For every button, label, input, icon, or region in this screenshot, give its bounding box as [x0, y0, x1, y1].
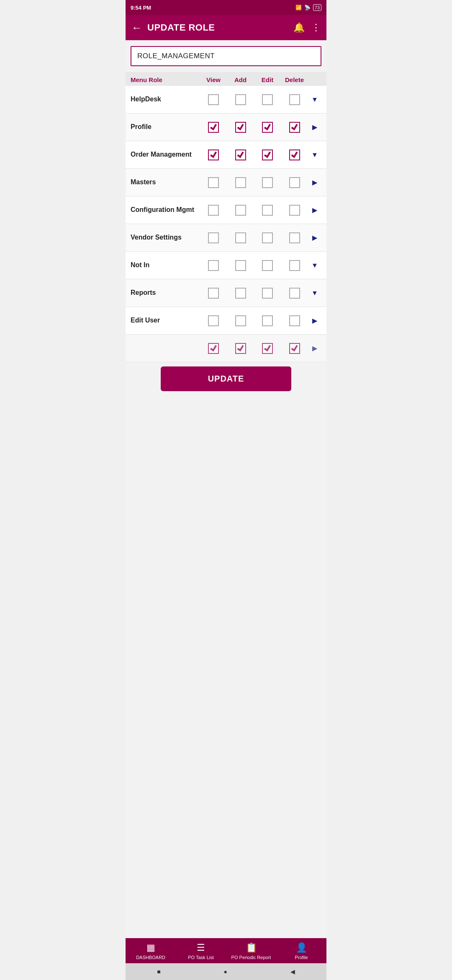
checkbox-input-helpdesk-view[interactable]: [208, 94, 219, 105]
checkbox-input-order-management-edit[interactable]: [262, 150, 273, 160]
checkbox-configuration-mgmt-add: [227, 205, 254, 216]
nav-square-btn[interactable]: ■: [157, 968, 160, 975]
checkbox-input-not-in-delete[interactable]: [289, 260, 300, 271]
checkbox-input-order-management-delete[interactable]: [289, 150, 300, 160]
checkbox-order-management-add: [227, 150, 254, 160]
page-title: UPDATE ROLE: [147, 22, 293, 33]
checkbox-input-not-in-add[interactable]: [235, 260, 246, 271]
checkbox-input-configuration-mgmt-add[interactable]: [235, 205, 246, 216]
checkbox-helpdesk-add: [227, 94, 254, 105]
update-btn-container: UPDATE: [126, 362, 326, 397]
checkbox-configuration-mgmt-edit: [254, 205, 281, 216]
checkbox-edit-user-delete: [281, 315, 308, 326]
checkbox-order-management-delete: [281, 150, 308, 160]
nav-back-btn[interactable]: ◀: [290, 968, 295, 975]
checkbox-reports-delete: [281, 288, 308, 299]
arrow-vendor-settings[interactable]: ▶: [308, 234, 321, 242]
checkbox-input-reports-add[interactable]: [235, 288, 246, 299]
checkbox-input-masters-delete[interactable]: [289, 177, 300, 188]
arrow-profile[interactable]: ▶: [308, 123, 321, 131]
checkbox-input-last-partial-add[interactable]: [235, 343, 246, 354]
chevron-right-icon: ▶: [312, 178, 317, 186]
bottom-nav: ▦DASHBOARD☰PO Task List📋PO Periodic Repo…: [126, 938, 326, 963]
nav-icon-po-periodic-report: 📋: [246, 942, 257, 953]
checkbox-input-order-management-add[interactable]: [235, 150, 246, 160]
checkbox-input-profile-add[interactable]: [235, 122, 246, 133]
checkbox-input-vendor-settings-add[interactable]: [235, 232, 246, 243]
checkbox-input-helpdesk-delete[interactable]: [289, 94, 300, 105]
checkbox-vendor-settings-add: [227, 232, 254, 243]
table-row: Configuration Mgmt▶: [126, 196, 326, 224]
checkbox-input-order-management-view[interactable]: [208, 150, 219, 160]
checkbox-input-vendor-settings-edit[interactable]: [262, 232, 273, 243]
nav-item-po-periodic-report[interactable]: 📋PO Periodic Report: [226, 938, 276, 963]
checkbox-input-vendor-settings-delete[interactable]: [289, 232, 300, 243]
checkbox-input-configuration-mgmt-delete[interactable]: [289, 205, 300, 216]
chevron-down-icon: ▼: [311, 96, 318, 103]
checkbox-not-in-view: [200, 260, 227, 271]
checkbox-input-edit-user-edit[interactable]: [262, 315, 273, 326]
checkbox-input-vendor-settings-view[interactable]: [208, 232, 219, 243]
arrow-order-management[interactable]: ▼: [308, 151, 321, 159]
checkbox-input-masters-view[interactable]: [208, 177, 219, 188]
checkbox-input-masters-add[interactable]: [235, 177, 246, 188]
checkbox-input-edit-user-add[interactable]: [235, 315, 246, 326]
checkbox-input-reports-view[interactable]: [208, 288, 219, 299]
nav-items: ▦DASHBOARD☰PO Task List📋PO Periodic Repo…: [126, 938, 326, 963]
role-name-input[interactable]: [131, 46, 321, 66]
checkbox-input-edit-user-delete[interactable]: [289, 315, 300, 326]
checkbox-input-reports-delete[interactable]: [289, 288, 300, 299]
col-add: Add: [227, 76, 254, 83]
checkbox-last-partial-view: [200, 343, 227, 354]
checkbox-helpdesk-view: [200, 94, 227, 105]
checkbox-input-last-partial-delete[interactable]: [289, 343, 300, 354]
col-delete: Delete: [281, 76, 308, 83]
checkbox-input-helpdesk-edit[interactable]: [262, 94, 273, 105]
col-view: View: [200, 76, 227, 83]
notification-icon[interactable]: 🔔: [293, 22, 305, 33]
checkbox-profile-view: [200, 122, 227, 133]
checkbox-input-reports-edit[interactable]: [262, 288, 273, 299]
arrow-reports[interactable]: ▼: [308, 289, 321, 297]
nav-icon-dashboard: ▦: [146, 942, 155, 953]
nav-item-po-task-list[interactable]: ☰PO Task List: [176, 938, 226, 963]
checkbox-masters-delete: [281, 177, 308, 188]
chevron-down-icon: ▼: [311, 289, 318, 297]
back-button[interactable]: ←: [131, 21, 142, 34]
checkbox-input-last-partial-view[interactable]: [208, 343, 219, 354]
checkbox-input-helpdesk-add[interactable]: [235, 94, 246, 105]
nav-label-po-periodic-report: PO Periodic Report: [231, 955, 271, 960]
chevron-right-icon: ▶: [312, 344, 317, 352]
signal-icon: 📶: [295, 5, 302, 10]
checkbox-input-profile-view[interactable]: [208, 122, 219, 133]
update-button[interactable]: UPDATE: [161, 366, 291, 391]
nav-icon-profile: 👤: [296, 942, 307, 953]
checkbox-vendor-settings-edit: [254, 232, 281, 243]
checkbox-input-not-in-view[interactable]: [208, 260, 219, 271]
checkbox-input-profile-delete[interactable]: [289, 122, 300, 133]
checkbox-input-edit-user-view[interactable]: [208, 315, 219, 326]
checkbox-input-configuration-mgmt-view[interactable]: [208, 205, 219, 216]
nav-item-profile[interactable]: 👤Profile: [276, 938, 326, 963]
arrow-last-partial[interactable]: ▶: [308, 344, 321, 352]
table-row: Order Management▼: [126, 141, 326, 169]
checkbox-not-in-edit: [254, 260, 281, 271]
table-row: HelpDesk▼: [126, 86, 326, 113]
checkbox-input-profile-edit[interactable]: [262, 122, 273, 133]
arrow-configuration-mgmt[interactable]: ▶: [308, 206, 321, 214]
arrow-masters[interactable]: ▶: [308, 178, 321, 186]
more-options-icon[interactable]: ⋮: [311, 22, 321, 33]
arrow-edit-user[interactable]: ▶: [308, 317, 321, 325]
nav-home-btn[interactable]: ●: [224, 968, 227, 975]
checkbox-input-configuration-mgmt-edit[interactable]: [262, 205, 273, 216]
checkbox-input-last-partial-edit[interactable]: [262, 343, 273, 354]
nav-item-dashboard[interactable]: ▦DASHBOARD: [126, 938, 176, 963]
checkbox-input-not-in-edit[interactable]: [262, 260, 273, 271]
checkbox-configuration-mgmt-delete: [281, 205, 308, 216]
chevron-right-icon: ▶: [312, 206, 317, 214]
checkbox-reports-edit: [254, 288, 281, 299]
arrow-not-in[interactable]: ▼: [308, 262, 321, 269]
arrow-helpdesk[interactable]: ▼: [308, 96, 321, 103]
checkbox-input-masters-edit[interactable]: [262, 177, 273, 188]
row-label-configuration-mgmt: Configuration Mgmt: [131, 206, 200, 214]
